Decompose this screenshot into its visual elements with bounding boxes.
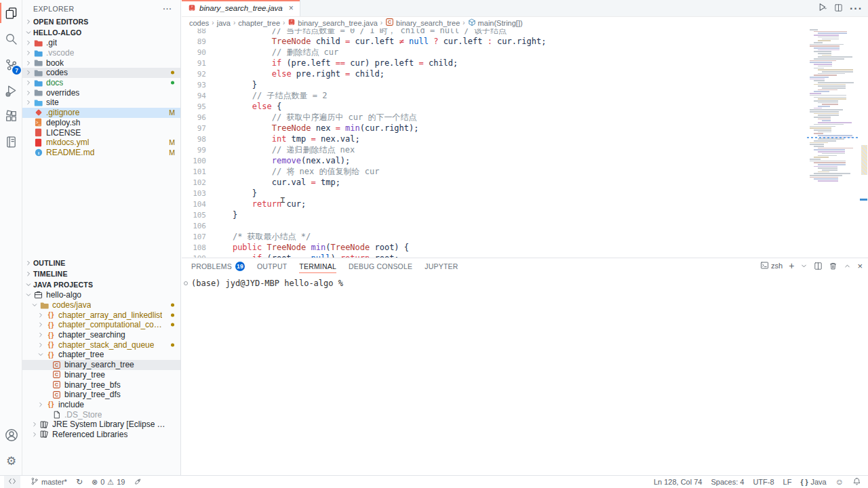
breadcrumb-item[interactable]: java <box>217 19 231 27</box>
panel-tab-terminal[interactable]: TERMINAL <box>299 258 336 274</box>
tree-item-codes-java[interactable]: codes/java <box>22 300 180 310</box>
breadcrumb-item[interactable]: chapter_tree <box>238 19 280 27</box>
remote-indicator[interactable] <box>4 476 20 488</box>
explorer-sidebar: EXPLORER ··· OPEN EDITORS HELLO-ALGO .gi… <box>22 0 181 475</box>
tree-item-referenced-libraries[interactable]: Referenced Libraries <box>22 430 180 440</box>
extensions-icon[interactable] <box>0 103 22 129</box>
more-actions-icon[interactable]: ··· <box>163 5 173 13</box>
chevron-right-icon <box>36 331 45 338</box>
git-dot-badge <box>171 313 174 317</box>
git-branch[interactable]: master* <box>31 477 67 487</box>
tree-item--git[interactable]: .git <box>22 38 180 48</box>
language-mode[interactable]: { }Java <box>800 478 826 486</box>
encoding[interactable]: UTF-8 <box>753 478 774 486</box>
tree-item-jre-system-library-eclipse-temurin-17-17-[interactable]: JRE System Library [Eclipse Temurin 17 [… <box>22 420 180 430</box>
code-lines: 88 // 当子结点数量 = 0 / 1 时， child = null / 该… <box>182 28 804 258</box>
tree-item-binary-tree-dfs[interactable]: Cbinary_tree_dfs <box>22 390 180 400</box>
panel-tab-output[interactable]: OUTPUT <box>257 258 287 274</box>
tree-item-binary-tree[interactable]: Cbinary_tree <box>22 370 180 380</box>
item-label: .DS_Store <box>64 410 102 420</box>
files-icon[interactable] <box>0 0 22 26</box>
java-icon <box>288 18 296 28</box>
feedback[interactable]: ☺ <box>835 477 844 487</box>
item-label: .vscode <box>46 48 74 58</box>
panel-tab-debug-console[interactable]: DEBUG CONSOLE <box>349 258 412 274</box>
shell-selector[interactable]: zsh <box>760 261 783 271</box>
java-projects-section[interactable]: JAVA PROJECTS <box>22 279 180 290</box>
eol[interactable]: LF <box>783 478 792 486</box>
minimap[interactable] <box>807 28 859 232</box>
breadcrumb-item[interactable]: codes <box>189 19 209 27</box>
root-folder-section[interactable]: HELLO-ALGO <box>22 27 180 38</box>
code-editor[interactable]: 88 // 当子结点数量 = 0 / 1 时， child = null / 该… <box>182 28 868 258</box>
java-mode[interactable] <box>134 477 142 487</box>
tree-item-book[interactable]: book <box>22 58 180 68</box>
branch-icon <box>31 477 39 487</box>
settings-icon[interactable]: ⚙ <box>0 448 22 474</box>
tree-item-deploy-sh[interactable]: >_deploy.sh <box>22 118 180 128</box>
tree-item-binary-tree-bfs[interactable]: Cbinary_tree_bfs <box>22 380 180 390</box>
terminal-content[interactable]: (base) jyd@JYD-MBP hello-algo % <box>182 279 868 288</box>
tree-item-chapter-searching[interactable]: { }chapter_searching <box>22 330 180 340</box>
notebook-icon[interactable] <box>0 129 22 155</box>
timeline-label: TIMELINE <box>33 270 68 278</box>
tree-item-site[interactable]: site <box>22 98 180 108</box>
breadcrumb-item[interactable]: main(String[]) <box>468 18 523 28</box>
line-number: 98 <box>182 134 206 145</box>
line-number: 92 <box>182 69 206 80</box>
editor-more-actions-icon[interactable]: ··· <box>850 3 863 15</box>
tree-item-overrides[interactable]: overrides <box>22 87 180 98</box>
new-terminal-button[interactable]: + <box>789 260 794 271</box>
timeline-section[interactable]: TIMELINE <box>22 268 180 279</box>
tree-item-chapter-array-and-linkedlist[interactable]: { }chapter_array_and_linkedlist <box>22 310 180 320</box>
breadcrumb-item[interactable]: binary_search_tree.java <box>288 18 377 28</box>
kill-terminal-icon[interactable] <box>829 262 837 270</box>
java-projects-tree: hello-algocodes/java{ }chapter_array_and… <box>22 290 180 439</box>
source-control-icon[interactable]: 7 <box>0 52 22 77</box>
cursor-position[interactable]: Ln 128, Col 74 <box>654 478 703 486</box>
tree-item-chapter-tree[interactable]: { }chapter_tree <box>22 350 180 360</box>
panel-tab-jupyter[interactable]: JUPYTER <box>425 258 458 274</box>
tree-item-include[interactable]: { }include <box>22 400 180 410</box>
tree-item-chapter-stack-and-queue[interactable]: { }chapter_stack_and_queue <box>22 340 180 350</box>
file-tree: .git.vscodebookcodesdocsoverridessite.gi… <box>22 38 180 157</box>
search-icon[interactable] <box>0 26 22 52</box>
problems-summary[interactable]: ⊗0⚠19 <box>92 478 125 487</box>
tree-item--vscode[interactable]: .vscode <box>22 48 180 58</box>
split-editor-icon[interactable] <box>834 3 843 15</box>
tree-item--ds-store[interactable]: .DS_Store <box>22 409 180 420</box>
sync[interactable]: ↻ <box>76 477 83 487</box>
item-label: binary_search_tree <box>64 360 134 369</box>
item-label: codes <box>46 68 68 77</box>
breadcrumb-item[interactable]: Cbinary_search_tree <box>385 18 460 28</box>
chevron-down-icon <box>24 29 33 36</box>
folder-icon <box>33 79 44 87</box>
tree-item-docs[interactable]: docs <box>22 78 180 88</box>
tree-item-chapter-computational-complexity[interactable]: { }chapter_computational_complexity <box>22 320 180 330</box>
remote-icon <box>8 477 16 487</box>
tree-item--gitignore[interactable]: .gitignoreM <box>22 108 180 118</box>
close-tab-icon[interactable]: × <box>289 3 294 13</box>
account-icon[interactable] <box>0 422 22 448</box>
close-panel-icon[interactable]: × <box>857 261 863 271</box>
chevron-right-icon <box>30 431 39 438</box>
split-terminal-icon[interactable] <box>814 262 823 270</box>
notifications[interactable] <box>852 477 861 487</box>
terminal-dropdown-icon[interactable] <box>800 262 808 270</box>
tree-item-codes[interactable]: codes <box>22 68 180 78</box>
outline-section[interactable]: OUTLINE <box>22 258 180 268</box>
run-button[interactable] <box>817 2 827 15</box>
tree-item-binary-search-tree[interactable]: Cbinary_search_tree <box>22 360 180 370</box>
tree-item-mkdocs-yml[interactable]: mkdocs.ymlM <box>22 138 180 148</box>
panel-tab-problems[interactable]: PROBLEMS19 <box>191 258 245 274</box>
tree-item-license[interactable]: LICENSE <box>22 127 180 138</box>
tab-binary-search-tree[interactable]: binary_search_tree.java × <box>182 0 300 16</box>
scm-badge: 7 <box>12 66 21 75</box>
tree-item-hello-algo[interactable]: hello-algo <box>22 290 180 300</box>
maximize-panel-icon[interactable] <box>844 262 851 270</box>
panel-controls: zsh + × <box>760 260 863 271</box>
open-editors-section[interactable]: OPEN EDITORS <box>22 16 180 27</box>
tree-item-readme-md[interactable]: iREADME.mdM <box>22 148 180 158</box>
indentation[interactable]: Spaces: 4 <box>711 478 744 486</box>
run-debug-icon[interactable] <box>0 77 22 103</box>
